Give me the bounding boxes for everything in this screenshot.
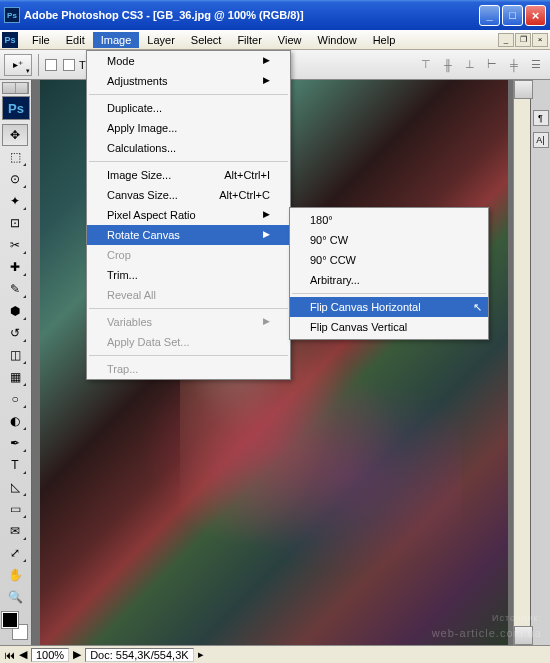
menu-separator: [89, 94, 288, 95]
maximize-button[interactable]: □: [502, 5, 523, 26]
menu-item-image-size[interactable]: Image Size...Alt+Ctrl+I: [87, 165, 290, 185]
menu-item-pixel-aspect-ratio[interactable]: Pixel Aspect Ratio▶: [87, 205, 290, 225]
menubar: Ps FileEditImageLayerSelectFilterViewWin…: [0, 30, 550, 50]
menu-item-apply-image[interactable]: Apply Image...: [87, 118, 290, 138]
eraser-tool[interactable]: ◫: [2, 344, 28, 366]
menu-item-rotate-canvas[interactable]: Rotate Canvas▶: [87, 225, 290, 245]
nav-next-icon[interactable]: ▶: [73, 648, 81, 661]
align-hcenter-icon[interactable]: ╪: [504, 56, 524, 74]
crop-tool[interactable]: ⊡: [2, 212, 28, 234]
align-vcenter-icon[interactable]: ╫: [438, 56, 458, 74]
move-tool-preset[interactable]: ▸⁺▾: [4, 54, 32, 76]
menu-separator: [89, 308, 288, 309]
menu-view[interactable]: View: [270, 32, 310, 48]
status-menu-icon[interactable]: ▸: [198, 648, 204, 661]
submenu-item-[interactable]: 180°: [290, 210, 488, 230]
wand-tool[interactable]: ✦: [2, 190, 28, 212]
image-menu-dropdown: Mode▶Adjustments▶Duplicate...Apply Image…: [86, 50, 291, 380]
menu-item-trap: Trap...: [87, 359, 290, 379]
lasso-tool[interactable]: ⊙: [2, 168, 28, 190]
nav-prev-icon[interactable]: ◀: [19, 648, 27, 661]
align-bottom-icon[interactable]: ⊥: [460, 56, 480, 74]
notes-tool[interactable]: ✉: [2, 520, 28, 542]
distribute-icon[interactable]: ☰: [526, 56, 546, 74]
cursor-icon: ↖: [473, 301, 482, 314]
eyedrop-tool[interactable]: ⤢: [2, 542, 28, 564]
submenu-item-ccw[interactable]: 90° CCW: [290, 250, 488, 270]
menu-item-mode[interactable]: Mode▶: [87, 51, 290, 71]
align-top-icon[interactable]: ⊤: [416, 56, 436, 74]
mdi-restore-button[interactable]: ❐: [515, 33, 531, 47]
submenu-item-arbitrary[interactable]: Arbitrary...: [290, 270, 488, 290]
nav-first-icon[interactable]: ⏮: [4, 649, 15, 661]
mdi-close-button[interactable]: ×: [532, 33, 548, 47]
history-tool[interactable]: ↺: [2, 322, 28, 344]
statusbar: ⏮ ◀ 100% ▶ Doc: 554,3K/554,3K ▸: [0, 645, 550, 663]
pen-tool[interactable]: ✒: [2, 432, 28, 454]
menu-separator: [89, 161, 288, 162]
menu-layer[interactable]: Layer: [139, 32, 183, 48]
stamp-tool[interactable]: ⬢: [2, 300, 28, 322]
blur-tool[interactable]: ○: [2, 388, 28, 410]
type-tool[interactable]: T: [2, 454, 28, 476]
shape-tool[interactable]: ▭: [2, 498, 28, 520]
menu-item-reveal-all: Reveal All: [87, 285, 290, 305]
slice-tool[interactable]: ✂: [2, 234, 28, 256]
menu-file[interactable]: File: [24, 32, 58, 48]
brush-tool[interactable]: ✎: [2, 278, 28, 300]
ps-logo-icon: Ps: [2, 32, 18, 48]
zoom-tool[interactable]: 🔍: [2, 586, 28, 608]
right-dock: ¶ A|: [530, 80, 550, 645]
menu-separator: [292, 293, 486, 294]
hand-tool[interactable]: ✋: [2, 564, 28, 586]
menu-select[interactable]: Select: [183, 32, 230, 48]
menu-item-calculations[interactable]: Calculations...: [87, 138, 290, 158]
app-icon: Ps: [4, 7, 20, 23]
ps-tools-logo-icon: Ps: [2, 96, 30, 120]
move-tool[interactable]: ✥: [2, 124, 28, 146]
watermark: Источник: web-article.com.ua: [432, 613, 542, 641]
submenu-item-flip-canvas-horizontal[interactable]: Flip Canvas Horizontal ↖: [290, 297, 488, 317]
separator: [38, 54, 39, 76]
menu-edit[interactable]: Edit: [58, 32, 93, 48]
align-left-icon[interactable]: ⊢: [482, 56, 502, 74]
rotate-canvas-submenu: 180°90° CW90° CCWArbitrary...Flip Canvas…: [289, 207, 489, 340]
doc-size-field[interactable]: Doc: 554,3K/554,3K: [85, 648, 193, 662]
menu-image[interactable]: Image: [93, 32, 140, 48]
menu-window[interactable]: Window: [310, 32, 365, 48]
mdi-minimize-button[interactable]: _: [498, 33, 514, 47]
submenu-item-flip-canvas-vertical[interactable]: Flip Canvas Vertical: [290, 317, 488, 337]
menu-item-variables: Variables▶: [87, 312, 290, 332]
window-title: Adobe Photoshop CS3 - [GB_36.jpg @ 100% …: [24, 9, 479, 21]
close-button[interactable]: ×: [525, 5, 546, 26]
heal-tool[interactable]: ✚: [2, 256, 28, 278]
menu-item-trim[interactable]: Trim...: [87, 265, 290, 285]
menu-item-crop: Crop: [87, 245, 290, 265]
submenu-item-cw[interactable]: 90° CW: [290, 230, 488, 250]
menu-help[interactable]: Help: [365, 32, 404, 48]
zoom-field[interactable]: 100%: [31, 648, 69, 662]
gradient-tool[interactable]: ▦: [2, 366, 28, 388]
path-tool[interactable]: ◺: [2, 476, 28, 498]
menu-item-apply-data-set: Apply Data Set...: [87, 332, 290, 352]
dodge-tool[interactable]: ◐: [2, 410, 28, 432]
menu-item-adjustments[interactable]: Adjustments▶: [87, 71, 290, 91]
vertical-scrollbar[interactable]: [513, 80, 530, 645]
panel-grip[interactable]: [2, 82, 29, 94]
tools-panel: Ps ✥⬚⊙✦⊡✂✚✎⬢↺◫▦○◐✒T◺▭✉⤢✋🔍: [0, 80, 32, 645]
menu-separator: [89, 355, 288, 356]
auto-select-checkbox[interactable]: [45, 59, 57, 71]
menu-filter[interactable]: Filter: [229, 32, 269, 48]
marquee-tool[interactable]: ⬚: [2, 146, 28, 168]
color-swatches[interactable]: [2, 612, 30, 640]
paragraph-panel-icon[interactable]: ¶: [533, 110, 549, 126]
menu-item-canvas-size[interactable]: Canvas Size...Alt+Ctrl+C: [87, 185, 290, 205]
titlebar: Ps Adobe Photoshop CS3 - [GB_36.jpg @ 10…: [0, 0, 550, 30]
minimize-button[interactable]: _: [479, 5, 500, 26]
menu-item-duplicate[interactable]: Duplicate...: [87, 98, 290, 118]
foreground-color-swatch[interactable]: [2, 612, 18, 628]
character-panel-icon[interactable]: A|: [533, 132, 549, 148]
